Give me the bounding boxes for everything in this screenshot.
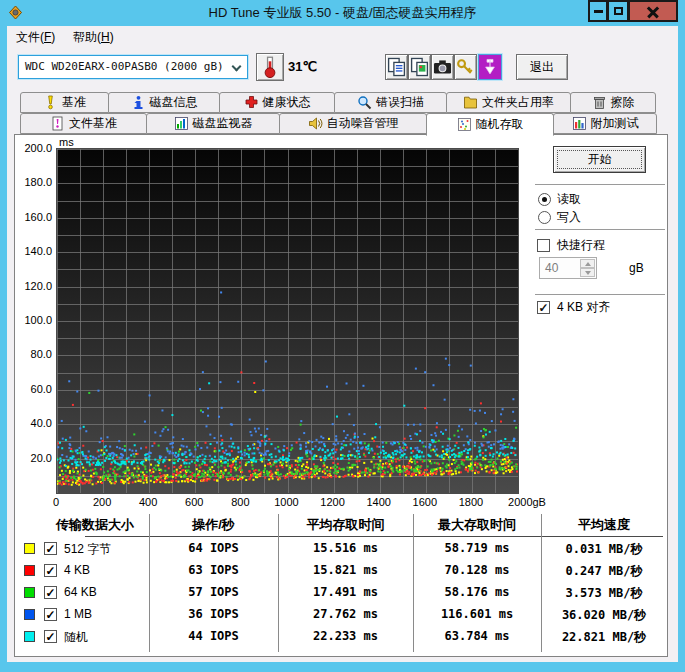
align-4kb-checkbox[interactable]: ✓ — [537, 301, 550, 314]
tab-random-access[interactable]: 随机存取 — [426, 113, 554, 136]
y-tick-label: 100.0 — [15, 314, 52, 327]
series-label: 4 KB — [64, 563, 90, 577]
iops-value: 36 IOPS — [153, 607, 274, 621]
tab-disk-info[interactable]: 磁盘信息 — [108, 92, 220, 113]
tab-row-1: 基准 磁盘信息 健康状态 错误扫描 文件夹占用率 擦除 — [20, 92, 655, 113]
tab-noise-management[interactable]: 自动噪音管理 — [279, 113, 427, 134]
copy-text-button[interactable] — [385, 54, 408, 80]
series-color-swatch — [24, 565, 35, 576]
avg-speed-value: 36.020 MB/秒 — [545, 607, 663, 624]
series-checkbox[interactable]: ✓ — [44, 630, 57, 643]
exit-button[interactable]: 退出 — [516, 54, 568, 80]
chevron-down-icon — [232, 62, 242, 72]
spin-down-button[interactable] — [580, 268, 595, 277]
drive-selector[interactable]: WDC WD20EARX-00PASB0 (2000 gB) — [18, 55, 248, 79]
avg-access-value: 15.821 ms — [282, 563, 409, 577]
short-stroke-label: 快捷行程 — [557, 238, 605, 253]
client-area: 文件(F) 帮助(H) WDC WD20EARX-00PASB0 (2000 g… — [7, 26, 678, 662]
copy-image-button[interactable] — [408, 54, 431, 80]
avg-speed-value: 3.573 MB/秒 — [545, 585, 663, 602]
series-label: 1 MB — [64, 607, 92, 621]
tab-benchmark[interactable]: 基准 — [20, 92, 109, 113]
menu-file[interactable]: 文件(F) — [10, 26, 61, 48]
triangle-down-icon — [585, 271, 591, 275]
temperature-button[interactable] — [256, 53, 284, 81]
write-radio[interactable] — [538, 211, 551, 224]
col-header-avg-speed: 平均速度 — [545, 516, 663, 532]
maximize-button[interactable] — [607, 0, 629, 22]
series-checkbox[interactable]: ✓ — [44, 542, 57, 555]
y-tick-label: 160.0 — [15, 211, 52, 224]
folder-usage-icon — [463, 95, 478, 110]
short-stroke-value: 40 — [545, 261, 558, 275]
avg-speed-value: 22.821 MB/秒 — [545, 629, 663, 646]
menu-file-label: ) — [51, 30, 55, 44]
series-color-swatch — [24, 631, 35, 642]
copy-text-icon — [386, 55, 407, 79]
table-row: ✓ 随机 44 IOPS 22.233 ms 63.784 ms 22.821 … — [15, 627, 669, 647]
download-button[interactable] — [478, 54, 502, 80]
short-stroke-spinner[interactable]: 40 — [539, 257, 597, 279]
random-access-scatter-chart — [57, 149, 518, 493]
table-row: ✓ 64 KB 57 IOPS 17.491 ms 58.176 ms 3.57… — [15, 583, 669, 603]
iops-value: 64 IOPS — [153, 541, 274, 555]
series-checkbox[interactable]: ✓ — [44, 586, 57, 599]
erase-icon — [592, 95, 607, 110]
tab-label: 文件夹占用率 — [482, 94, 554, 111]
y-axis-unit-label: ms — [59, 136, 74, 148]
menu-help-label: ) — [110, 30, 114, 44]
keys-icon — [455, 55, 476, 79]
file-benchmark-icon — [50, 116, 65, 131]
tab-label: 附加测试 — [591, 115, 639, 132]
col-header-transfer-size: 传输数据大小 — [35, 516, 155, 532]
table-row: ✓ 512 字节 64 IOPS 15.516 ms 58.719 ms 0.0… — [15, 539, 669, 559]
hd-tune-window: HD Tune 专业版 5.50 - 硬盘/固态硬盘实用程序 文件(F) 帮助(… — [0, 0, 685, 672]
screenshot-button[interactable] — [431, 54, 454, 80]
read-radio[interactable] — [538, 193, 551, 206]
short-stroke-checkbox[interactable] — [537, 239, 550, 252]
max-access-value: 70.128 ms — [417, 563, 537, 577]
tab-label: 基准 — [62, 94, 86, 111]
spin-up-button[interactable] — [580, 259, 595, 268]
avg-access-value: 17.491 ms — [282, 585, 409, 599]
separator — [535, 229, 665, 230]
menu-help[interactable]: 帮助(H) — [67, 26, 120, 48]
title-bar: HD Tune 专业版 5.50 - 硬盘/固态硬盘实用程序 — [0, 0, 685, 26]
start-button[interactable]: 开始 — [553, 146, 646, 173]
tab-health-status[interactable]: 健康状态 — [219, 92, 335, 113]
tab-error-scan[interactable]: 错误扫描 — [334, 92, 447, 113]
tab-file-benchmark[interactable]: 文件基准 — [20, 113, 147, 134]
tab-disk-monitor[interactable]: 磁盘监视器 — [146, 113, 280, 134]
menu-help-key: H — [101, 30, 110, 44]
tab-erase[interactable]: 擦除 — [570, 92, 656, 113]
separator — [535, 184, 665, 185]
close-button[interactable] — [628, 0, 678, 22]
series-checkbox[interactable]: ✓ — [44, 608, 57, 621]
window-title: HD Tune 专业版 5.50 - 硬盘/固态硬盘实用程序 — [0, 0, 685, 26]
avg-access-value: 15.516 ms — [282, 541, 409, 555]
tab-extra-tests[interactable]: 附加测试 — [553, 113, 657, 134]
tab-folder-usage[interactable]: 文件夹占用率 — [446, 92, 571, 113]
random-access-panel: ms 开始 读取 写入 快捷行程 40 gB ✓ 4 KB 对齐 — [14, 134, 668, 657]
max-access-value: 116.601 ms — [417, 607, 537, 621]
short-stroke-unit-label: gB — [629, 261, 644, 275]
tab-label: 随机存取 — [476, 116, 524, 133]
camera-icon — [432, 55, 453, 79]
disk-monitor-icon — [174, 116, 189, 131]
series-checkbox[interactable]: ✓ — [44, 564, 57, 577]
write-radio-label: 写入 — [557, 210, 581, 225]
error-scan-icon — [357, 95, 372, 110]
y-tick-label: 120.0 — [15, 280, 52, 293]
series-color-swatch — [24, 609, 35, 620]
tab-row-2: 文件基准 磁盘监视器 自动噪音管理 随机存取 附加测试 — [20, 113, 656, 134]
health-icon — [244, 95, 259, 110]
table-row: ✓ 4 KB 63 IOPS 15.821 ms 70.128 ms 0.247… — [15, 561, 669, 581]
align-4kb-label: 4 KB 对齐 — [557, 300, 610, 315]
y-tick-label: 140.0 — [15, 245, 52, 258]
avg-speed-value: 0.247 MB/秒 — [545, 563, 663, 580]
minimize-button[interactable] — [588, 0, 608, 22]
minimize-icon — [594, 10, 603, 13]
disk-info-icon — [131, 95, 146, 110]
keys-button[interactable] — [454, 54, 477, 80]
avg-speed-value: 0.031 MB/秒 — [545, 541, 663, 558]
